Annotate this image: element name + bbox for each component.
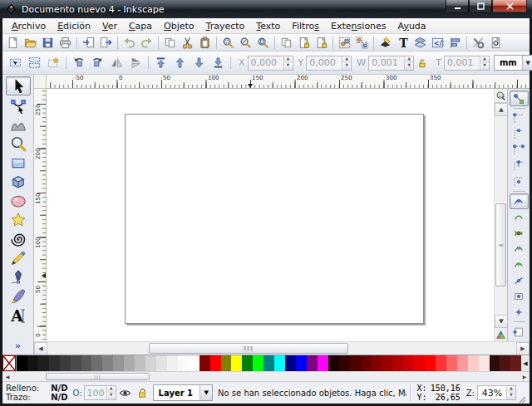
menu-ayuda[interactable]: Ayuda [392, 19, 432, 33]
select-all-button[interactable] [6, 54, 25, 72]
selector-button[interactable] [6, 76, 31, 95]
bezier-pen-button[interactable] [6, 267, 31, 286]
snap-enable-button[interactable] [510, 90, 529, 106]
palette-swatch[interactable] [145, 355, 156, 371]
palette-swatch[interactable] [307, 355, 318, 371]
layers-dialog-button[interactable] [411, 35, 429, 51]
palette-swatch[interactable] [135, 355, 145, 371]
calligraphy-button[interactable] [6, 286, 31, 306]
menu-ver[interactable]: Ver [96, 19, 123, 33]
menu-capa[interactable]: Capa [123, 19, 158, 33]
snap-bbox-corners-button[interactable] [510, 142, 529, 158]
palette-swatch[interactable] [361, 355, 372, 371]
palette-swatch[interactable] [49, 355, 60, 371]
palette-swatch[interactable] [60, 355, 71, 371]
palette-swatch[interactable] [425, 355, 436, 371]
box-3d-button[interactable] [6, 172, 31, 191]
zoom-button[interactable] [6, 134, 31, 153]
snap-path-intersections-button[interactable] [510, 225, 529, 241]
snap-rotation-centers-button[interactable] [510, 304, 529, 320]
paste-button[interactable] [196, 35, 214, 51]
palette-swatch[interactable] [500, 355, 510, 371]
resize-grip[interactable] [516, 382, 526, 404]
scroll-up-button[interactable]: ▲ [495, 103, 508, 116]
palette-swatch[interactable] [17, 355, 27, 371]
zoom-drawing-button[interactable] [237, 35, 254, 51]
palette-swatch[interactable] [113, 355, 124, 371]
palette-swatch[interactable] [91, 355, 102, 371]
palette-swatch[interactable] [403, 355, 414, 371]
rotate-cw-button[interactable] [88, 54, 107, 72]
palette-swatch[interactable] [296, 355, 307, 371]
document-properties-button[interactable] [487, 35, 505, 51]
spiral-button[interactable] [6, 229, 31, 248]
clone-button[interactable] [295, 35, 313, 51]
palette-swatch[interactable] [350, 355, 361, 371]
save-document-button[interactable] [39, 35, 57, 51]
minimize-button[interactable] [446, 0, 469, 12]
palette-swatch[interactable] [371, 355, 382, 371]
palette-swatch[interactable] [253, 355, 264, 371]
ellipse-button[interactable] [6, 191, 31, 210]
fill-value[interactable]: N/D [51, 384, 67, 393]
vertical-scrollbar[interactable]: ≡ [495, 116, 507, 315]
layer-visibility-eye-icon[interactable] [119, 387, 131, 399]
palette-swatch[interactable] [81, 355, 92, 371]
copy-button[interactable] [161, 35, 179, 51]
snap-object-centers-button[interactable] [510, 288, 529, 304]
palette-scroll-thumb[interactable]: ||| [46, 373, 150, 380]
palette-swatch[interactable] [392, 355, 403, 371]
palette-swatch[interactable] [189, 355, 200, 371]
palette-scroll-left-button[interactable]: ◀ [2, 374, 12, 379]
snap-bbox-edges-button[interactable] [510, 126, 529, 142]
unlink-clone-button[interactable] [313, 35, 330, 51]
flip-horizontal-button[interactable] [107, 54, 126, 72]
snap-midpoints-button[interactable] [510, 272, 529, 288]
cut-button[interactable] [179, 35, 196, 51]
lower-to-bottom-button[interactable] [209, 54, 228, 72]
rectangle-button[interactable] [6, 153, 31, 172]
palette-swatch[interactable] [102, 355, 113, 371]
raise-button[interactable] [170, 54, 190, 72]
palette-swatch[interactable] [446, 355, 457, 371]
palette-swatch[interactable] [167, 355, 178, 371]
palette-swatch[interactable] [479, 355, 490, 371]
palette-swatch[interactable] [328, 355, 339, 371]
palette-swatch[interactable] [178, 355, 189, 371]
ungroup-button[interactable] [353, 35, 371, 51]
palette-scroll-right-button[interactable]: ▶ [520, 374, 530, 379]
node-editor-button[interactable] [6, 95, 31, 115]
palette-swatch[interactable] [510, 355, 521, 371]
palette-swatch[interactable] [414, 355, 425, 371]
redo-button[interactable] [138, 35, 155, 51]
snap-page-border-button[interactable] [510, 324, 529, 340]
text-dialog-button[interactable]: T [394, 35, 411, 51]
text-tool-button[interactable]: A [6, 306, 31, 325]
x-input[interactable] [249, 56, 283, 70]
menu-filtros[interactable]: Filtros [286, 19, 325, 33]
pencil-button[interactable] [6, 248, 31, 267]
menu-trayecto[interactable]: Trayecto [200, 19, 251, 33]
palette-swatch[interactable] [71, 355, 81, 371]
palette-swatch[interactable] [274, 355, 285, 371]
group-button[interactable] [336, 35, 353, 51]
lower-button[interactable] [190, 54, 209, 72]
snap-cusp-nodes-button[interactable] [510, 241, 529, 257]
zoom-selection-button[interactable] [219, 35, 237, 51]
toolbox-overflow-button[interactable]: » [12, 340, 24, 351]
rotate-ccw-button[interactable] [69, 54, 88, 72]
menu-objeto[interactable]: Objeto [158, 19, 200, 33]
zoom-input[interactable] [478, 386, 506, 399]
palette-swatch[interactable] [382, 355, 392, 371]
horizontal-scrollbar[interactable]: ⦀⦀⦀ [47, 342, 516, 355]
deselect-button[interactable] [44, 54, 63, 72]
palette-swatch[interactable] [468, 355, 479, 371]
export-button[interactable] [97, 35, 115, 51]
open-document-button[interactable] [22, 35, 39, 51]
tweak-button[interactable] [6, 115, 31, 134]
menu-archivo[interactable]: Archivo [6, 19, 52, 33]
t-input[interactable] [445, 56, 480, 70]
palette-swatch[interactable] [490, 355, 500, 371]
snap-bbox-edge-midpoints-button[interactable] [510, 158, 529, 174]
xml-editor-button[interactable]: </> [429, 35, 446, 51]
